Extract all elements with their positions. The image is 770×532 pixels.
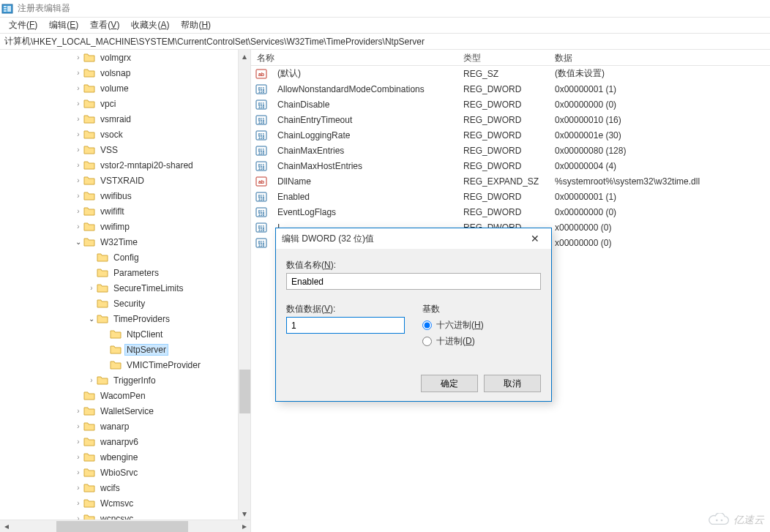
dialog-titlebar[interactable]: 编辑 DWORD (32 位)值 ✕: [276, 228, 551, 249]
value-name-field[interactable]: [286, 273, 541, 290]
tree-item[interactable]: ›vpci: [0, 96, 251, 111]
tree-item[interactable]: ›VMICTimeProvider: [0, 357, 251, 372]
tree-item[interactable]: ›SecureTimeLimits: [0, 280, 251, 296]
radio-dec-input[interactable]: [422, 337, 432, 346]
chevron-right-icon[interactable]: ›: [73, 99, 83, 109]
ok-button[interactable]: 确定: [421, 375, 478, 392]
chevron-right-icon[interactable]: ›: [73, 83, 83, 94]
tree-item[interactable]: ›wcifs: [0, 480, 251, 495]
scroll-right-icon[interactable]: ▸: [238, 520, 250, 533]
tree-item[interactable]: ›WalletService: [0, 403, 251, 419]
tree-item[interactable]: ›volume: [0, 80, 251, 96]
menubar: 文件(F) 编辑(E) 查看(V) 收藏夹(A) 帮助(H): [0, 18, 770, 34]
chevron-right-icon[interactable]: ›: [73, 498, 83, 509]
folder-icon: [83, 67, 95, 79]
chevron-right-icon[interactable]: ›: [73, 483, 83, 493]
chevron-right-icon[interactable]: ›: [73, 130, 83, 140]
tree-item[interactable]: ›VSS: [0, 142, 251, 157]
tree-item[interactable]: ›WbioSrvc: [0, 465, 251, 480]
list-row[interactable]: EnabledREG_DWORD0x00000001 (1): [251, 189, 770, 204]
scroll-left-icon[interactable]: ◂: [0, 520, 12, 533]
chevron-right-icon[interactable]: ›: [73, 437, 83, 447]
chevron-right-icon[interactable]: ›: [73, 468, 83, 478]
list-row[interactable]: ChainMaxEntriesREG_DWORD0x00000080 (128): [251, 143, 770, 158]
folder-icon: [83, 52, 95, 64]
list-row[interactable]: DllNameREG_EXPAND_SZ%systemroot%\system3…: [251, 173, 770, 189]
list-row[interactable]: AllowNonstandardModeCombinationsREG_DWOR…: [251, 81, 770, 97]
menu-file[interactable]: 文件(F): [3, 18, 43, 33]
chevron-down-icon[interactable]: ⌄: [86, 314, 97, 324]
tree-horizontal-scroll[interactable]: ◂ ▸: [0, 520, 250, 532]
string-value-icon: [255, 68, 267, 80]
tree-label: VMICTimeProvider: [124, 359, 203, 371]
scroll-up-icon[interactable]: ▴: [239, 50, 250, 62]
folder-icon: [83, 113, 95, 125]
col-type[interactable]: 类型: [457, 50, 549, 65]
list-row[interactable]: (默认)REG_SZ(数值未设置): [251, 66, 770, 81]
col-name[interactable]: 名称: [251, 50, 457, 65]
chevron-right-icon[interactable]: ›: [73, 452, 83, 462]
tree-item[interactable]: ›Wcmsvc: [0, 495, 251, 511]
menu-edit[interactable]: 编辑(E): [43, 18, 84, 33]
chevron-right-icon[interactable]: ›: [73, 68, 83, 78]
tree-item[interactable]: ⌄TimeProviders: [0, 311, 251, 326]
cell-data: x00000000 (0): [549, 222, 770, 233]
cancel-button[interactable]: 取消: [484, 375, 541, 392]
list-row[interactable]: ChainEntryTimeoutREG_DWORD0x00000010 (16…: [251, 112, 770, 127]
list-row[interactable]: EventLogFlagsREG_DWORD0x00000000 (0): [251, 204, 770, 220]
cell-type: REG_SZ: [457, 69, 549, 79]
chevron-right-icon[interactable]: ›: [73, 145, 83, 155]
tree-item[interactable]: ›wanarpv6: [0, 434, 251, 449]
tree-item[interactable]: ›volsnap: [0, 65, 251, 80]
tree-item[interactable]: ⌄W32Time: [0, 234, 251, 250]
addressbar[interactable]: 计算机\HKEY_LOCAL_MACHINE\SYSTEM\CurrentCon…: [0, 34, 770, 50]
tree-item[interactable]: ›volmgrx: [0, 50, 251, 65]
tree-item[interactable]: ›wanarp: [0, 419, 251, 434]
menu-view[interactable]: 查看(V): [84, 18, 125, 33]
chevron-right-icon[interactable]: ›: [73, 406, 83, 416]
radio-hex[interactable]: 十六进制(H): [422, 319, 541, 331]
tree-item[interactable]: ›vstor2-mntapi20-shared: [0, 157, 251, 173]
scroll-down-icon[interactable]: ▾: [239, 507, 250, 520]
tree-item[interactable]: ›NtpServer: [0, 342, 251, 357]
col-data[interactable]: 数据: [549, 50, 770, 65]
tree-item[interactable]: ›NtpClient: [0, 326, 251, 342]
tree-item[interactable]: ›wbengine: [0, 449, 251, 465]
folder-icon: [97, 252, 108, 263]
chevron-down-icon[interactable]: ⌄: [73, 237, 83, 247]
cell-data: 0x00000000 (0): [549, 100, 770, 110]
tree-item[interactable]: ›vsock: [0, 127, 251, 142]
value-data-field[interactable]: [286, 317, 405, 334]
menu-favorites[interactable]: 收藏夹(A): [125, 18, 175, 33]
radio-dec[interactable]: 十进制(D): [422, 335, 541, 348]
close-icon[interactable]: ✕: [520, 230, 550, 247]
tree-item[interactable]: ›TriggerInfo: [0, 372, 251, 388]
list-row[interactable]: ChainDisableREG_DWORD0x00000000 (0): [251, 97, 770, 112]
tree-item[interactable]: ›Parameters: [0, 265, 251, 280]
chevron-right-icon[interactable]: ›: [73, 53, 83, 63]
tree-label: volsnap: [98, 67, 132, 79]
chevron-right-icon[interactable]: ›: [73, 114, 83, 124]
tree-item[interactable]: ›WacomPen: [0, 388, 251, 403]
tree-item[interactable]: ›vwififlt: [0, 203, 251, 219]
tree-item[interactable]: ›Config: [0, 250, 251, 265]
chevron-right-icon[interactable]: ›: [73, 191, 83, 201]
list-row[interactable]: ChainMaxHostEntriesREG_DWORD0x00000004 (…: [251, 158, 770, 173]
chevron-right-icon[interactable]: ›: [73, 160, 83, 171]
list-row[interactable]: ChainLoggingRateREG_DWORD0x0000001e (30): [251, 127, 770, 143]
chevron-right-icon[interactable]: ›: [73, 206, 83, 217]
chevron-right-icon[interactable]: ›: [73, 176, 83, 186]
tree-label: wanarp: [98, 421, 131, 432]
tree-item[interactable]: ›Security: [0, 296, 251, 311]
tree-vertical-scroll[interactable]: ▴ ▾: [238, 50, 250, 520]
tree-item[interactable]: ›vsmraid: [0, 111, 251, 127]
chevron-right-icon[interactable]: ›: [86, 283, 97, 293]
chevron-right-icon[interactable]: ›: [86, 375, 97, 386]
chevron-right-icon[interactable]: ›: [73, 422, 83, 432]
tree-item[interactable]: ›VSTXRAID: [0, 173, 251, 188]
menu-help[interactable]: 帮助(H): [175, 18, 217, 33]
tree-item[interactable]: ›vwifimp: [0, 219, 251, 234]
radio-hex-input[interactable]: [422, 321, 432, 330]
chevron-right-icon[interactable]: ›: [73, 222, 83, 232]
tree-item[interactable]: ›vwifibus: [0, 188, 251, 203]
